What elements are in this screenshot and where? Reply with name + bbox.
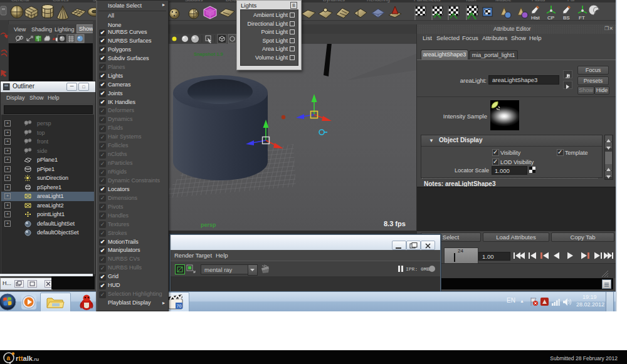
svg-text:CP: CP <box>547 15 554 20</box>
svg-text:persp: persp <box>201 222 216 228</box>
svg-text:FT: FT <box>579 15 585 20</box>
svg-text:70: 70 <box>177 304 182 308</box>
svg-text:8.3 fps: 8.3 fps <box>384 220 406 227</box>
svg-text:Hist: Hist <box>531 15 540 20</box>
svg-text:BS: BS <box>563 15 570 20</box>
svg-text:Snapshot 1.9: Snapshot 1.9 <box>194 51 223 57</box>
svg-text:rttalk.ru: rttalk.ru <box>16 355 39 362</box>
svg-text:a: a <box>7 355 11 361</box>
